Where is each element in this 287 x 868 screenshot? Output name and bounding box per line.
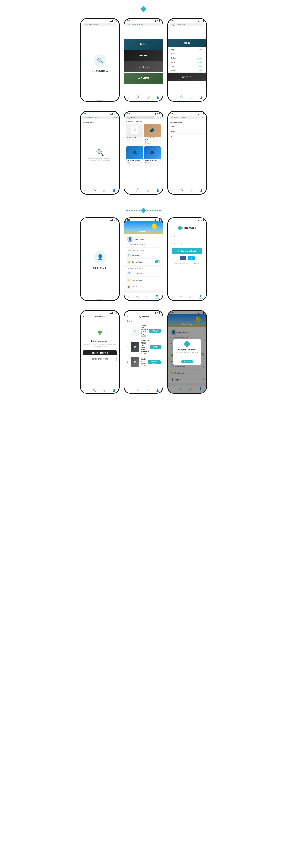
my-wishlist-row[interactable]: ♡ My Wishlist › <box>124 252 163 258</box>
det-jackets[interactable]: Jackets 11 items› <box>168 56 206 60</box>
nav-profile-6[interactable]: 👤 <box>200 189 203 192</box>
nav-home-4[interactable]: ⌂ <box>84 189 86 192</box>
det-shirts[interactable]: Shirts 11 items› <box>168 60 206 64</box>
nav-search-6[interactable]: 🔍Search <box>180 188 183 192</box>
nav-home-3[interactable]: ⌂ <box>172 96 173 99</box>
nav-profile-4[interactable]: 👤 <box>113 189 115 192</box>
det-bags-label: Bags <box>171 49 175 51</box>
add-to-cart-1[interactable]: ADD TO CART <box>149 329 160 333</box>
messenger-btn[interactable]: ✉ <box>188 256 194 260</box>
det-clothing[interactable]: CLOTHING <box>168 28 206 38</box>
nav-home-11[interactable]: ⌂ <box>128 389 129 392</box>
cat-clothing[interactable]: CLOTHING <box>124 27 163 38</box>
det-men[interactable]: MEN <box>168 38 206 48</box>
search-input-1[interactable] <box>87 24 115 26</box>
nav-profile-11[interactable]: 👤 <box>156 389 159 392</box>
notification-toggle[interactable] <box>155 260 160 263</box>
remove-btn-2[interactable]: ⊖ <box>127 345 129 349</box>
remove-btn-3[interactable]: ⊖ <box>127 361 129 364</box>
search-input-6[interactable] <box>174 117 198 118</box>
rate-app-row[interactable]: ⭐ Rate this app › <box>124 277 163 283</box>
nav-search-2[interactable]: 🔍Search <box>136 95 140 100</box>
search-input-3[interactable] <box>175 24 203 26</box>
det-tshirts[interactable]: T-Shirts 17 items› <box>168 68 206 73</box>
add-to-cart-3[interactable]: ADD TO CART <box>148 360 160 365</box>
tshirt-stars: ★★★★☆ <box>127 141 142 143</box>
nav-profile-5[interactable]: 👤 <box>156 189 159 192</box>
back-arrow-11[interactable]: ‹ <box>127 315 128 318</box>
nav-cart-3[interactable]: 🛒 <box>190 96 193 99</box>
nav-settings-8[interactable]: 👤Settings <box>155 294 159 299</box>
nav-profile-3[interactable]: 👤 <box>200 96 203 99</box>
wishlist-icon: ♡ <box>127 253 131 257</box>
nav-search-10[interactable]: 🔍 <box>93 389 96 392</box>
search-for-items-btn[interactable]: SEARCH FOR ITEMS <box>83 356 117 361</box>
cat-music[interactable]: MUSIC <box>124 50 163 61</box>
not-now-button[interactable]: Not Now <box>181 360 193 363</box>
det-music[interactable]: MUSIC <box>168 73 206 82</box>
nav-profile-10[interactable]: 👤 <box>113 389 115 392</box>
search-bar-3[interactable]: 🔍 <box>170 23 204 27</box>
start-shopping-btn[interactable]: START SHOPPING <box>83 350 117 355</box>
nav-cart-2[interactable]: 🛒 <box>147 96 149 99</box>
nav-cart-10[interactable]: 🛒 <box>103 389 106 392</box>
nav-profile-2[interactable]: 👤 <box>156 96 159 99</box>
search-bar-6[interactable]: 🔍 <box>170 116 200 119</box>
nav-cart-9[interactable]: 🛒 <box>189 296 192 298</box>
email-input[interactable] <box>172 234 203 239</box>
cat-posters[interactable]: POSTERS <box>124 61 163 72</box>
nav-cart-8[interactable]: 🛒 <box>145 296 148 298</box>
clear-btn-6[interactable]: Clear <box>201 117 205 118</box>
search-input-2[interactable] <box>131 24 159 26</box>
nav-cart-5[interactable]: 🛒 <box>147 189 149 192</box>
product-parka[interactable]: 🧥 Parka Jacket With $56.56 ★★★☆☆ <box>144 146 161 166</box>
search-item-jean[interactable]: jean <box>168 124 206 129</box>
product-tshirt[interactable]: 👕 T-Shirt with Mountain $14.65 ★★★★☆ <box>127 124 143 145</box>
logout-row[interactable]: 🚪 Logout › <box>124 283 163 290</box>
search-bar-4[interactable]: 🔍 <box>82 116 111 119</box>
nav-home-5[interactable]: ⌂ <box>128 189 129 192</box>
nav-cart-11[interactable]: 🛒 <box>146 389 149 392</box>
signin-button[interactable]: ✉ Sign in with Email <box>172 248 203 254</box>
nav-cart-4[interactable]: 🛒 <box>103 189 106 192</box>
cat-women[interactable]: WOMEN <box>124 73 163 84</box>
order-history-row[interactable]: 📋 Order History › <box>124 270 163 277</box>
det-jeans[interactable]: Jeans 11 items› <box>168 52 206 56</box>
nav-search-3[interactable]: 🔍Search <box>180 95 183 100</box>
search-bar-1[interactable]: 🔍 <box>83 23 117 27</box>
nav-home-10[interactable]: ⌂ <box>84 389 86 392</box>
search-item-jn[interactable]: jn <box>168 134 206 138</box>
det-shoes[interactable]: Shoes 11 items› <box>168 64 206 68</box>
signup-link[interactable]: Sign Up <box>193 262 199 264</box>
nav-settings-9[interactable]: 👤Settings <box>199 294 203 299</box>
password-input[interactable] <box>172 241 203 246</box>
cancel-btn-5[interactable]: Cancel <box>156 117 161 118</box>
remove-btn-1[interactable]: ⊖ <box>127 329 129 333</box>
nav-home-6[interactable]: ⌂ <box>172 189 173 192</box>
search-item-jacket[interactable]: jacket <box>168 129 206 134</box>
facebook-btn[interactable]: f <box>180 256 186 260</box>
det-bags[interactable]: Bags 1 items› <box>168 48 206 52</box>
add-to-cart-2[interactable]: ADD TO CART <box>150 345 160 349</box>
status-bar-1: ∿ ▮ <box>81 19 119 22</box>
nav-home-9[interactable]: ⌂ <box>171 296 173 298</box>
phone-login: ∿ ▮ Fluxstore ✉ Sign in with Email f ✉ <box>167 217 207 301</box>
cancel-btn-4[interactable]: Cancel <box>112 117 117 118</box>
product-blue-jacket[interactable]: 🧥 Jacket-2 Eco Nylon $31.65 ★★★☆☆ <box>127 146 143 166</box>
back-arrow-10[interactable]: ‹ <box>83 315 84 318</box>
search-input-5[interactable] <box>131 117 153 118</box>
get-notification-row[interactable]: 🔔 Get Notification <box>124 258 163 265</box>
search-bar-2[interactable]: 🔍 <box>127 23 160 27</box>
search-input-4[interactable] <box>87 117 110 118</box>
nav-search-5[interactable]: 🔍Search <box>136 188 140 192</box>
nav-cart-6[interactable]: 🛒 <box>190 189 193 192</box>
product-bomber[interactable]: 🧥 Knitted Bomber Jacket $56.56 ★★★★☆ <box>144 124 161 145</box>
nav-search-8[interactable]: 🔍 <box>136 296 139 298</box>
nav-home-8[interactable]: ⌂ <box>128 296 129 298</box>
nav-search-4[interactable]: 🔍Search <box>93 188 96 192</box>
cat-men[interactable]: MEN <box>124 38 163 50</box>
search-bar-5[interactable]: 🔍 <box>126 116 155 119</box>
nav-home-2[interactable]: ⌂ <box>128 96 129 99</box>
nav-search-11[interactable]: 🔍 <box>137 389 139 392</box>
nav-search-9[interactable]: 🔍 <box>180 296 182 298</box>
